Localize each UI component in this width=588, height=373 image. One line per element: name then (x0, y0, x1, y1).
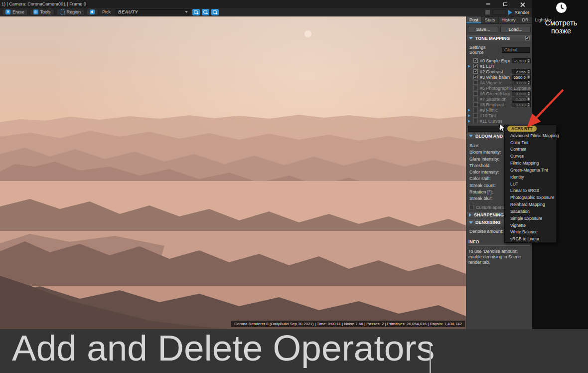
stop-button[interactable] (485, 9, 490, 15)
operator-row[interactable]: #1 LUT (473, 63, 531, 69)
operator-value-spinner[interactable]: 2.266 (512, 69, 531, 74)
operator-value-spinner[interactable]: 0.000 (512, 91, 531, 96)
menu-item-aces-rtt[interactable]: ACES RTT (505, 125, 556, 132)
operator-value-spinner[interactable]: 0.000 (512, 80, 531, 85)
menu-item[interactable]: Linear to sRGB (505, 187, 556, 194)
operator-checkbox[interactable] (473, 119, 478, 123)
pick-icon (90, 9, 95, 14)
settings-source-row: Settings Source Global (466, 42, 532, 57)
add-operator-select[interactable] (468, 126, 504, 132)
minimize-button[interactable] (483, 1, 494, 7)
render-label: Render (514, 10, 529, 15)
tone-mapping-enabled-checkbox[interactable] (525, 36, 530, 40)
operator-value-spinner[interactable]: -1.333 (512, 58, 531, 63)
operator-value-spinner[interactable]: 0.010 (512, 102, 531, 107)
operator-row[interactable]: #0 Simple Exposure -1.333 (473, 58, 531, 63)
chevron-down-icon (498, 128, 501, 130)
menu-item[interactable]: Reinhard Mapping (505, 201, 556, 208)
menu-item[interactable]: sRGB to Linear (505, 235, 556, 242)
operator-checkbox[interactable] (473, 102, 478, 107)
menu-item[interactable]: Saturation (505, 208, 556, 215)
operator-name: #2 Contrast (480, 69, 503, 74)
operator-row[interactable]: #6 Green-Magenta t... 0.000 (473, 91, 531, 96)
settings-source-select[interactable]: Global (502, 47, 530, 53)
menu-item[interactable]: Photographic Exposure (505, 194, 556, 201)
operator-checkbox[interactable] (473, 108, 478, 112)
tab-stats[interactable]: Stats (482, 16, 499, 23)
operator-row[interactable]: #7 Saturation 0.500 (473, 96, 531, 102)
custom-aperture-checkbox[interactable] (469, 205, 474, 209)
tab-dr[interactable]: DR (519, 16, 532, 23)
menu-item[interactable]: Color Tint (505, 139, 556, 146)
zoom-in-button[interactable] (211, 9, 219, 15)
operator-row[interactable]: #10 Tint (473, 113, 531, 118)
close-button[interactable] (517, 1, 528, 7)
menu-item[interactable]: Filmic Mapping (505, 160, 556, 167)
operator-name: #11 Curves (480, 119, 502, 124)
minimize-icon (486, 3, 490, 4)
pick-tool-button[interactable] (86, 9, 98, 15)
menu-item[interactable]: Curves (505, 153, 556, 160)
operator-checkbox[interactable] (473, 75, 478, 79)
erase-button[interactable]: ✕ Erase (2, 9, 28, 15)
menu-item[interactable]: LUT (505, 181, 556, 187)
menu-item[interactable]: White Balance (505, 228, 556, 235)
menu-item[interactable]: Vignette (505, 222, 556, 229)
menu-item[interactable]: Simple Exposure (505, 215, 556, 222)
menu-item[interactable]: Identity (505, 174, 556, 181)
erase-icon: ✕ (5, 9, 10, 14)
operator-row[interactable]: #8 Reinhard 0.010 (473, 102, 531, 107)
operator-checkbox[interactable] (473, 97, 478, 101)
operator-value-spinner[interactable]: 6500.0 (512, 75, 531, 80)
render-viewport[interactable]: Corona Renderer 8 (DailyBuild Sep 30 202… (0, 16, 466, 329)
operator-value-spinner[interactable]: 0.500 (512, 97, 531, 102)
load-button[interactable]: Load... (500, 26, 531, 32)
region-button[interactable]: Region (56, 9, 85, 15)
operator-row[interactable]: #3 White balance 6500.0 (473, 74, 531, 80)
pick-label: Pick (102, 9, 111, 14)
title-bar[interactable]: 1) | Camera: CoronaCamera001 | Frame 0 (0, 0, 532, 8)
close-icon (520, 2, 525, 6)
expand-arrow-icon (469, 213, 471, 217)
operator-checkbox[interactable] (473, 86, 478, 90)
operator-row[interactable]: #4 Vignette 0.000 (473, 80, 531, 85)
region-label: Region (67, 9, 81, 14)
operator-checkbox[interactable] (473, 64, 478, 68)
operator-row[interactable]: #2 Contrast 2.266 (473, 69, 531, 74)
menu-item[interactable]: Advanced Filmic Mapping (505, 132, 556, 139)
operator-checkbox[interactable] (473, 113, 478, 118)
operator-row[interactable]: #5 Photographic Exposure (473, 85, 531, 91)
menu-item[interactable]: Contrast (505, 146, 556, 153)
operator-checkbox[interactable] (473, 58, 478, 63)
window-title: 1) | Camera: CoronaCamera001 | Frame 0 (1, 1, 86, 6)
expand-arrow-icon[interactable] (468, 114, 470, 117)
watch-later-button[interactable]: Смотреть позже (534, 2, 588, 35)
expand-arrow-icon[interactable] (468, 109, 470, 112)
zoom-reset-button[interactable] (202, 9, 209, 15)
maximize-button[interactable] (500, 1, 511, 7)
operator-checkbox[interactable] (473, 91, 478, 96)
save-button[interactable]: Save... (468, 26, 498, 32)
tab-post[interactable]: Post (466, 16, 482, 23)
render-element-select[interactable]: BEAUTY (116, 9, 190, 15)
add-operator-menu: ACES RTT Advanced Filmic Mapping Color T… (504, 125, 557, 243)
zoom-out-button[interactable] (192, 9, 200, 15)
operator-row[interactable]: #11 Curves (473, 118, 531, 124)
expand-arrow-icon[interactable] (468, 65, 470, 68)
operator-checkbox[interactable] (473, 69, 478, 74)
collapse-arrow-icon (469, 221, 473, 224)
operator-row[interactable]: #9 Filmic (473, 107, 531, 113)
caption-text: Add and Delete Operators (12, 327, 435, 369)
operator-checkbox[interactable] (473, 80, 478, 85)
tone-mapping-header[interactable]: TONE MAPPING (467, 35, 532, 41)
menu-item[interactable]: Green-Magenta Tint (505, 167, 556, 174)
expand-arrow-icon[interactable] (468, 120, 470, 123)
save-load-row: Save... Load... (466, 24, 532, 34)
text-cursor (430, 346, 431, 373)
render-button[interactable]: Render (508, 10, 529, 15)
caption-strip: Add and Delete Operators (0, 329, 588, 373)
tools-button[interactable]: ◎ Tools (30, 9, 54, 15)
tab-history[interactable]: History (499, 16, 519, 23)
operator-name: #7 Saturation (480, 97, 507, 102)
tone-mapping-title: TONE MAPPING (475, 36, 510, 41)
